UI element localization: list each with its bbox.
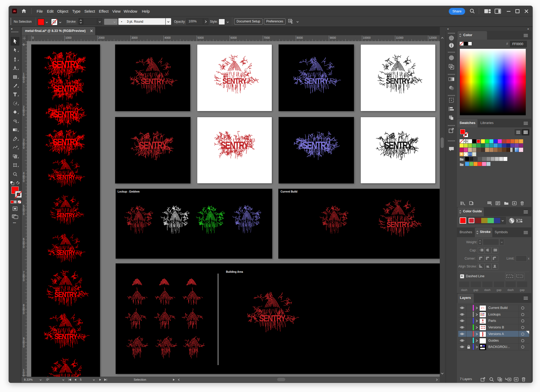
svg-text:8000: 8000 bbox=[297, 36, 303, 39]
svg-text:0: 0 bbox=[23, 146, 25, 149]
svg-text:7000: 7000 bbox=[264, 36, 270, 39]
svg-text:3000: 3000 bbox=[131, 36, 138, 39]
svg-text:0: 0 bbox=[23, 113, 25, 116]
svg-text:6000: 6000 bbox=[231, 36, 237, 39]
svg-text:0: 0 bbox=[23, 345, 25, 348]
svg-text:0: 0 bbox=[23, 245, 25, 248]
svg-text:4000: 4000 bbox=[165, 36, 171, 39]
svg-text:0: 0 bbox=[23, 179, 25, 183]
svg-text:0: 0 bbox=[23, 43, 25, 46]
svg-text:0: 0 bbox=[23, 80, 25, 83]
svg-text:12000: 12000 bbox=[429, 36, 437, 39]
svg-text:10000: 10000 bbox=[363, 36, 370, 39]
svg-text:0: 0 bbox=[32, 36, 34, 39]
svg-text:5000: 5000 bbox=[197, 36, 204, 39]
svg-text:11000: 11000 bbox=[396, 36, 404, 39]
svg-text:1000: 1000 bbox=[65, 36, 72, 39]
svg-text:2000: 2000 bbox=[98, 36, 105, 39]
svg-text:0: 0 bbox=[23, 279, 25, 282]
svg-text:9000: 9000 bbox=[330, 36, 336, 39]
svg-text:0: 0 bbox=[23, 212, 25, 216]
svg-text:0: 0 bbox=[23, 312, 25, 315]
